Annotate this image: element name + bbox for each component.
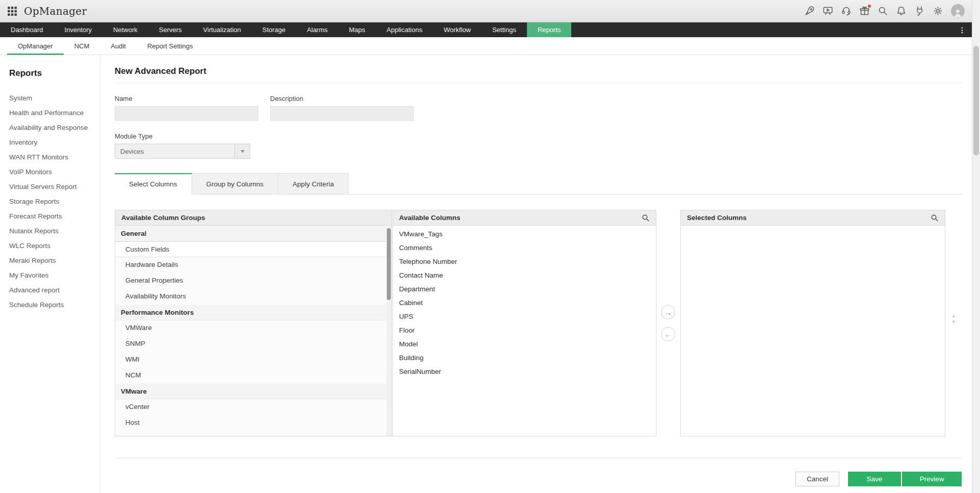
- whats-new-gift-icon[interactable]: [859, 6, 870, 16]
- available-columns-search-icon[interactable]: [642, 214, 650, 222]
- column-group-item[interactable]: SNMP: [115, 336, 391, 352]
- more-menu-icon[interactable]: ⋮: [956, 22, 969, 37]
- subnav-item[interactable]: OpManager: [7, 37, 64, 54]
- nav-item[interactable]: Storage: [252, 22, 297, 37]
- dropdown-arrow-button[interactable]: [234, 144, 250, 158]
- nav-item[interactable]: Applications: [376, 22, 433, 37]
- sidebar-item[interactable]: VoIP Monitors: [9, 165, 100, 179]
- sidebar-item[interactable]: My Favorites: [9, 268, 100, 283]
- sidebar-item[interactable]: Meraki Reports: [9, 253, 100, 268]
- user-avatar[interactable]: [951, 4, 965, 18]
- column-group-item[interactable]: Custom Fields: [115, 241, 391, 257]
- secondary-nav: OpManager NCM Audit Report Settings: [0, 37, 980, 55]
- nav-item[interactable]: Dashboard: [0, 22, 54, 37]
- subnav-item[interactable]: Report Settings: [137, 37, 204, 54]
- addons-plug-icon[interactable]: [914, 6, 925, 16]
- column-group-title[interactable]: VMware: [115, 384, 391, 399]
- available-column-item[interactable]: Floor: [393, 323, 656, 337]
- module-type-dropdown[interactable]: Devices: [115, 144, 250, 159]
- available-column-item[interactable]: VMware_Tags: [393, 227, 656, 241]
- save-button[interactable]: Save: [848, 472, 901, 486]
- name-input[interactable]: [115, 106, 258, 121]
- sidebar-item[interactable]: WAN RTT Monitors: [9, 150, 100, 165]
- subnav-item[interactable]: Audit: [100, 37, 137, 54]
- module-type-label: Module Type: [115, 132, 250, 140]
- app-grid-icon[interactable]: [7, 6, 17, 16]
- column-group-item[interactable]: General Properties: [115, 273, 391, 289]
- subnav-item[interactable]: NCM: [64, 37, 100, 54]
- launch-icon[interactable]: [804, 6, 815, 16]
- search-icon[interactable]: [878, 6, 888, 16]
- notifications-bell-icon[interactable]: [896, 6, 907, 16]
- reorder-controls: ▲ ▼: [951, 314, 956, 324]
- column-group-item[interactable]: WMI: [115, 352, 391, 368]
- sidebar-item[interactable]: Storage Reports: [9, 194, 100, 209]
- sidebar-item[interactable]: System: [9, 91, 100, 105]
- page-title: New Advanced Report: [115, 66, 206, 76]
- training-video-icon[interactable]: [823, 6, 833, 16]
- column-group-item[interactable]: Hardware Details: [115, 257, 391, 273]
- nav-item[interactable]: Network: [102, 22, 148, 37]
- nav-item[interactable]: Alarms: [296, 22, 338, 37]
- description-label: Description: [270, 95, 414, 102]
- settings-gear-icon[interactable]: [933, 6, 943, 16]
- sidebar-item[interactable]: Virtual Servers Report: [9, 179, 100, 194]
- available-column-item[interactable]: Cabinet: [393, 296, 656, 310]
- description-input[interactable]: [270, 106, 414, 121]
- column-group-item[interactable]: NCM: [115, 368, 391, 384]
- reports-sidebar: Reports System Health and Performance Av…: [0, 55, 100, 493]
- column-group-title[interactable]: Performance Monitors: [115, 305, 391, 320]
- available-column-item[interactable]: Building: [393, 351, 656, 365]
- sidebar-item[interactable]: Nutanix Reports: [9, 224, 100, 238]
- tab[interactable]: Apply Criteria: [278, 173, 349, 195]
- sidebar-item[interactable]: Availability and Response: [9, 120, 100, 135]
- tab[interactable]: Group by Columns: [192, 173, 279, 195]
- move-down-icon[interactable]: ▼: [951, 320, 956, 324]
- column-group-item[interactable]: Availability Monitors: [115, 289, 391, 305]
- sidebar-item[interactable]: Forecast Reports: [9, 209, 100, 224]
- sidebar-item[interactable]: Schedule Reports: [9, 297, 100, 312]
- sidebar-item[interactable]: Advanced report: [9, 283, 100, 297]
- move-left-button[interactable]: ←: [661, 327, 675, 341]
- tab[interactable]: Select Columns: [115, 173, 192, 195]
- sidebar-item[interactable]: WLC Reports: [9, 238, 100, 253]
- column-group-item[interactable]: Virtual Machine: [115, 431, 391, 436]
- nav-item[interactable]: Reports: [527, 22, 572, 37]
- available-column-item[interactable]: UPS: [393, 310, 656, 323]
- available-column-item[interactable]: Telephone Number: [393, 255, 656, 268]
- nav-item[interactable]: Workflow: [433, 22, 482, 37]
- nav-item[interactable]: Virtualization: [193, 22, 252, 37]
- column-group-item[interactable]: vCenter: [115, 399, 391, 415]
- description-field-group: Description: [270, 95, 414, 121]
- sidebar-item[interactable]: Health and Performance: [9, 105, 100, 120]
- nav-item[interactable]: Servers: [148, 22, 193, 37]
- sidebar-item[interactable]: Inventory: [9, 135, 100, 150]
- column-group-title[interactable]: General: [115, 226, 391, 241]
- column-group-item[interactable]: VMWare: [115, 320, 391, 336]
- page-scrollbar-thumb[interactable]: [973, 46, 979, 155]
- selected-columns-search-icon[interactable]: [931, 214, 939, 222]
- sidebar-title: Reports: [9, 68, 100, 78]
- panel-title: Available Columns: [399, 214, 460, 222]
- available-column-item[interactable]: Contact Name: [393, 268, 656, 282]
- name-field-group: Name: [115, 95, 258, 121]
- available-column-item[interactable]: Model: [393, 337, 656, 351]
- column-group-item[interactable]: Host: [115, 415, 391, 431]
- page-scrollbar[interactable]: [972, 0, 980, 493]
- groups-panel-scroll-thumb[interactable]: [387, 228, 391, 300]
- support-headset-icon[interactable]: [841, 6, 852, 16]
- nav-item[interactable]: Inventory: [54, 22, 102, 37]
- nav-item[interactable]: Maps: [338, 22, 376, 37]
- nav-item[interactable]: Settings: [482, 22, 527, 37]
- available-column-item[interactable]: SerialNumber: [393, 365, 656, 378]
- selected-columns-list: [681, 226, 945, 436]
- available-column-item[interactable]: Department: [393, 282, 656, 296]
- cancel-button[interactable]: Cancel: [796, 472, 839, 486]
- move-right-button[interactable]: →: [661, 305, 675, 319]
- preview-button[interactable]: Preview: [902, 472, 962, 486]
- name-label: Name: [115, 95, 258, 102]
- available-column-item[interactable]: Comments: [393, 241, 656, 255]
- groups-panel-scrollbar[interactable]: [386, 226, 391, 436]
- move-up-icon[interactable]: ▲: [951, 314, 956, 318]
- top-bar: OpManager: [0, 0, 980, 22]
